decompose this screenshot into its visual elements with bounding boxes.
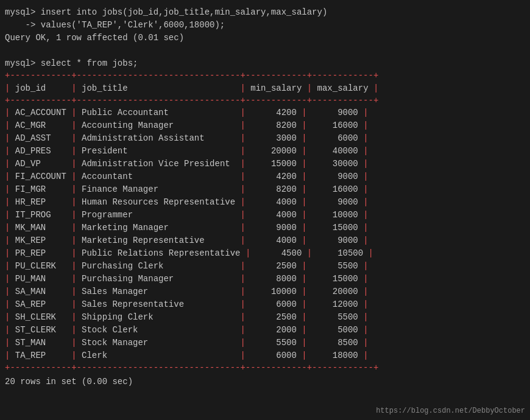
table-row: | AD_ASST | Administration Assistant | 3… [5, 132, 525, 145]
table-row: | IT_PROG | Programmer | 4000 | 10000 | [5, 209, 525, 222]
insert-command-line2: -> values('TA_REP','Clerk',6000,18000); [5, 19, 525, 32]
table-row: | SA_MAN | Sales Manager | 10000 | 20000… [5, 285, 525, 298]
table-row: | MK_MAN | Marketing Manager | 9000 | 15… [5, 222, 525, 234]
insert-command-line1: mysql> insert into jobs(job_id,job_title… [5, 6, 525, 19]
table-row: | PU_MAN | Purchasing Manager | 8000 | 1… [5, 273, 525, 285]
table-row: | FI_ACCOUNT | Accountant | 4200 | 9000 … [5, 170, 525, 183]
table-rows: | AC_ACCOUNT | Public Accountant | 4200 … [5, 107, 525, 362]
table-row: | TA_REP | Clerk | 6000 | 18000 | [5, 349, 525, 362]
table-row: | SH_CLERK | Shipping Clerk | 2500 | 550… [5, 311, 525, 324]
table-row: | ST_CLERK | Stock Clerk | 2000 | 5000 | [5, 324, 525, 337]
table-row: | AC_ACCOUNT | Public Accountant | 4200 … [5, 107, 525, 119]
table-row: | PU_CLERK | Purchasing Clerk | 2500 | 5… [5, 260, 525, 273]
table-header: | job_id | job_title | min_salary | max_… [5, 82, 525, 95]
table-row: | ST_MAN | Stock Manager | 5500 | 8500 | [5, 337, 525, 349]
table-border-top: +------------+--------------------------… [5, 70, 525, 82]
table-row: | AD_PRES | President | 20000 | 40000 | [5, 145, 525, 158]
table-row: | SA_REP | Sales Representative | 6000 |… [5, 298, 525, 311]
table-row: | MK_REP | Marketing Representative | 40… [5, 234, 525, 247]
table-border-header: +------------+--------------------------… [5, 95, 525, 107]
table-row: | HR_REP | Human Resources Representativ… [5, 196, 525, 209]
table-row: | PR_REP | Public Relations Representati… [5, 247, 525, 260]
table-row: | AC_MGR | Accounting Manager | 8200 | 1… [5, 119, 525, 132]
table-row: | AD_VP | Administration Vice President … [5, 158, 525, 170]
result-summary: 20 rows in set (0.00 sec) [5, 377, 525, 387]
select-command: mysql> select * from jobs; [5, 57, 525, 70]
watermark: https://blog.csdn.net/DebbyOctober [376, 407, 525, 415]
table-row: | FI_MGR | Finance Manager | 8200 | 1600… [5, 183, 525, 196]
blank-line [5, 44, 525, 57]
terminal: mysql> insert into jobs(job_id,job_title… [0, 0, 530, 420]
table-border-bottom: +------------+--------------------------… [5, 362, 525, 374]
insert-result: Query OK, 1 row affected (0.01 sec) [5, 32, 525, 44]
